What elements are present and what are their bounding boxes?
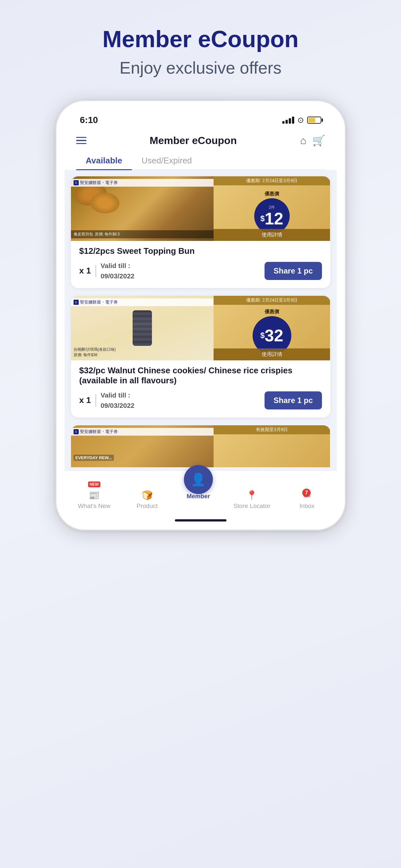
hamburger-menu-icon[interactable] — [76, 137, 87, 144]
header-icons: ⌂ 🛒 — [300, 134, 325, 147]
validity-tag-2: 優惠期: 2月24日至3月9日 — [213, 296, 330, 305]
bread-image: S 聖安娜餅屋・電子券 像皮寶貝包 原價: 每件$8.5 — [71, 176, 213, 241]
price-bottom-1: 像皮寶貝包 原價: 每件$8.5 — [71, 230, 213, 238]
coupon-title-2: $32/pc Walnut Chinese cookies/ Chinese r… — [79, 366, 322, 385]
member-icon: 👤 — [191, 472, 206, 487]
phone-shell: 6:10 ⊙ Member eCoupon — [56, 100, 346, 531]
cart-icon[interactable]: 🛒 — [312, 134, 325, 147]
coupon-image-left-1: S 聖安娜餅屋・電子券 像皮寶貝包 原價: 每件$8.5 — [71, 176, 213, 241]
whats-new-label: What's New — [78, 502, 110, 509]
inbox-badge: 7 — [302, 489, 311, 497]
wifi-icon: ⊙ — [297, 116, 304, 125]
qty-divider-1 — [96, 265, 96, 277]
partial-bg: S 聖安娜餅屋・電子券 EVERYDAY REW... — [71, 425, 213, 467]
coupon-valid-1: Valid till : 09/03/2022 — [101, 260, 135, 281]
cookies-image: S 聖安娜餅屋・電子券 合桃酥/沙琪瑪(各款口味) 原價: 每件$36 — [71, 296, 213, 361]
nav-item-inbox[interactable]: ✉ 7 Inbox — [291, 490, 323, 509]
battery-icon — [307, 117, 321, 124]
nav-item-store-locator[interactable]: 📍 Store Locator — [234, 490, 270, 509]
share-btn-1[interactable]: Share 1 pc — [265, 262, 322, 280]
qty-divider-2 — [96, 394, 96, 407]
coupon-promo-right-1: 優惠期: 2月24日至3月9日 優惠價 2件 $ 12 使用詳情 — [213, 176, 330, 241]
store-brand-icon-2: S — [73, 300, 79, 305]
tab-used-expired[interactable]: Used/Expired — [132, 151, 202, 169]
nav-item-whats-new[interactable]: NEW 📰 What's New — [78, 482, 110, 509]
partial-left: S 聖安娜餅屋・電子券 EVERYDAY REW... — [71, 425, 213, 467]
coupon-list: S 聖安娜餅屋・電子券 像皮寶貝包 原價: 每件$8.5 優惠期: 2月24日至… — [65, 170, 337, 470]
coupon-qty-1: x 1 Valid till : 09/03/2022 — [79, 260, 135, 281]
share-btn-2[interactable]: Share 1 pc — [265, 392, 322, 409]
partial-validity: 有效期至3月9日 — [213, 425, 330, 434]
discount-label-1: 優惠價 — [265, 191, 279, 197]
store-label-1: S 聖安娜餅屋・電子券 — [71, 179, 213, 187]
validity-tag-1: 優惠期: 2月24日至3月9日 — [213, 176, 330, 185]
product-icon: 🍞 — [142, 490, 153, 500]
partial-right: 有效期至3月9日 — [213, 425, 330, 467]
use-detail-btn-2[interactable]: 使用詳情 — [213, 348, 330, 361]
coupon-info-2: $32/pc Walnut Chinese cookies/ Chinese r… — [71, 361, 330, 410]
new-badge: NEW — [88, 482, 100, 487]
coupon-card-3-partial: S 聖安娜餅屋・電子券 EVERYDAY REW... 有效期至3月9日 — [71, 425, 330, 467]
everyday-text: EVERYDAY REW... — [73, 455, 114, 461]
promo-subtitle: Enjoy exclusive offers — [120, 58, 281, 78]
new-badge-icon: NEW — [88, 482, 100, 488]
tabs-bar: Available Used/Expired — [76, 151, 325, 170]
cookie-price-label: 合桃酥/沙琪瑪(各款口味) 原價: 每件$36 — [73, 347, 116, 358]
coupon-promo-right-2: 優惠期: 2月24日至3月9日 優惠價 $ 32 使用詳情 — [213, 296, 330, 361]
status-bar: 6:10 ⊙ — [65, 109, 337, 128]
home-indicator — [175, 519, 227, 522]
member-label: Member — [187, 493, 210, 500]
coupon-meta-2: x 1 Valid till : 09/03/2022 Share 1 pc — [79, 390, 322, 410]
member-circle: 👤 — [184, 465, 213, 494]
coupon-banner-1: S 聖安娜餅屋・電子券 像皮寶貝包 原價: 每件$8.5 優惠期: 2月24日至… — [71, 176, 330, 241]
store-locator-label: Store Locator — [234, 502, 270, 509]
coupon-qty-2: x 1 Valid till : 09/03/2022 — [79, 390, 135, 410]
coupon-banner-2: S 聖安娜餅屋・電子券 合桃酥/沙琪瑪(各款口味) 原價: 每件$36 優惠期:… — [71, 296, 330, 361]
header-title: Member eCoupon — [150, 135, 237, 147]
store-label-3: S 聖安娜餅屋・電子券 — [71, 428, 213, 436]
battery-fill — [308, 118, 315, 122]
home-icon[interactable]: ⌂ — [300, 135, 306, 147]
phone-inner: 6:10 ⊙ Member eCoupon — [65, 109, 337, 522]
cookie-package — [133, 310, 152, 346]
coupon-meta-1: x 1 Valid till : 09/03/2022 Share 1 pc — [79, 260, 322, 281]
signal-bars-icon — [282, 117, 294, 124]
status-icons: ⊙ — [282, 116, 321, 125]
use-detail-btn-1[interactable]: 使用詳情 — [213, 229, 330, 241]
main-price-1: 12 — [265, 210, 283, 227]
nav-item-product[interactable]: 🍞 Product — [131, 490, 163, 509]
promo-title: Member eCoupon — [102, 26, 298, 52]
main-price-2: 32 — [265, 327, 283, 344]
coupon-card-1: S 聖安娜餅屋・電子券 像皮寶貝包 原價: 每件$8.5 優惠期: 2月24日至… — [71, 176, 330, 288]
coupon-image-left-2: S 聖安娜餅屋・電子券 合桃酥/沙琪瑪(各款口味) 原價: 每件$36 — [71, 296, 213, 361]
store-brand-icon-3: S — [73, 429, 79, 434]
inbox-icon-wrapper: ✉ 7 — [303, 490, 311, 500]
price-circle-1: 2件 $ 12 — [254, 198, 290, 234]
coupon-valid-2: Valid till : 09/03/2022 — [101, 390, 135, 410]
store-brand-icon-1: S — [73, 180, 79, 185]
app-header: Member eCoupon ⌂ 🛒 — [65, 128, 337, 151]
store-locator-icon: 📍 — [246, 490, 258, 500]
coupon-info-1: $12/2pcs Sweet Topping Bun x 1 Valid til… — [71, 241, 330, 281]
coupon-title-1: $12/2pcs Sweet Topping Bun — [79, 246, 322, 256]
store-label-2: S 聖安娜餅屋・電子券 — [71, 299, 213, 306]
nav-item-member[interactable]: 👤 Member — [184, 465, 213, 500]
product-label: Product — [136, 502, 158, 509]
status-time: 6:10 — [80, 115, 98, 125]
partial-banner: S 聖安娜餅屋・電子券 EVERYDAY REW... 有效期至3月9日 — [71, 425, 330, 467]
discount-label-2: 優惠價 — [265, 309, 279, 315]
whats-new-icon: 📰 — [89, 490, 100, 500]
coupon-card-2: S 聖安娜餅屋・電子券 合桃酥/沙琪瑪(各款口味) 原價: 每件$36 優惠期:… — [71, 296, 330, 417]
bottom-nav: NEW 📰 What's New 🍞 Product 👤 Member 📍 St… — [65, 470, 337, 516]
inbox-label: Inbox — [299, 502, 314, 509]
tab-available[interactable]: Available — [76, 151, 132, 169]
